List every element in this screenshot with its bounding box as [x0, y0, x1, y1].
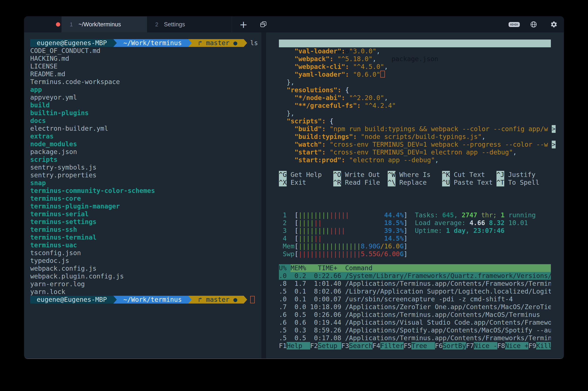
process-row-selected[interactable]: .0 0.2 0:22.66 /System/Library/Framework… — [279, 272, 551, 280]
htop-status-line: Tasks: 645, 2747 thr; 1 running — [415, 211, 536, 219]
plus-icon: + — [240, 19, 248, 30]
nano-line: "**/graceful-fs": "^4.2.4" — [279, 102, 556, 109]
fkey-action: F7Nice - — [466, 342, 497, 350]
file-entry: tsconfig.json — [30, 249, 259, 257]
directory-name: app — [30, 86, 42, 93]
htop-process-table: U% MEM% TIME+ Command.0 0.2 0:22.66 /Sys… — [279, 264, 551, 342]
directory-name: build — [30, 101, 50, 109]
fkey-number: F3 — [341, 342, 349, 350]
nano-line: "build:typings": "node scripts/build-typ… — [279, 133, 556, 141]
nano-shortcut: ^T To Spell — [497, 179, 551, 187]
ssh-connections-button[interactable] — [527, 16, 540, 32]
fkey-label: SortBy — [443, 342, 466, 350]
file-entry: sentry.properties — [30, 171, 259, 179]
process-row[interactable]: .0 0.1 0:00.07 /usr/sbin/screencapture -… — [279, 295, 551, 303]
tab-settings[interactable]: 2 Settings — [147, 16, 232, 32]
nano-cursor — [380, 71, 385, 78]
nano-editor: "val-loader": "3.0.0", "webpack": "^5.18… — [279, 47, 556, 164]
process-row[interactable]: .8 1.7 1:01.40 /Applications/Terminus.ap… — [279, 280, 551, 288]
file-entry: terminus-terminal — [30, 233, 259, 241]
directory-name: docs — [30, 117, 46, 124]
fkey-action: F8Nice + — [497, 342, 529, 350]
nano-line: "build": "npm run build:typings && webpa… — [279, 125, 556, 133]
pane-divider[interactable] — [261, 32, 266, 359]
nano-shortcut: ^X Exit — [279, 179, 333, 187]
new-tab-button[interactable]: + — [237, 16, 250, 32]
nano-line: }, — [279, 78, 556, 86]
shortcut-key: ^R — [333, 179, 341, 187]
tab-number: 2 — [155, 21, 158, 28]
fkey-action: F3Search — [341, 342, 372, 350]
cpu-percent: 44.4% — [384, 211, 404, 219]
shortcut-key: ^J — [497, 171, 504, 179]
fkey-label: Help — [287, 342, 310, 350]
serial-ioioi-icon: IOIOI — [509, 22, 520, 27]
process-row[interactable]: .5 0.3 8:59.26 /Applications/Spotify.app… — [279, 326, 551, 334]
file-name: CODE_OF_CONDUCT.md — [30, 47, 100, 54]
file-entry: CODE_OF_CONDUCT.md — [30, 47, 259, 55]
fkey-number: F8 — [497, 342, 505, 350]
cpu-meter: 4 [|||||| 14.5%] — [279, 235, 408, 242]
process-row[interactable]: .6 0.5 0:26.06 /Applications/Terminus.ap… — [279, 311, 551, 319]
directory-name: terminus-plugin-manager — [30, 202, 120, 210]
line-continues-icon: > — [552, 125, 556, 133]
fkey-label: Tree — [411, 342, 435, 350]
directory-name: terminus-uac — [30, 241, 77, 249]
powerline-arrow-icon — [244, 296, 247, 303]
shortcut-label: To Spell — [504, 179, 539, 186]
duplicate-window-icon — [259, 20, 267, 28]
directory-name: node_modules — [30, 140, 77, 148]
ls-output: CODE_OF_CONDUCT.mdHACKING.mdLICENSEREADM… — [30, 47, 259, 296]
nano-line: "*/node-abi": "^2.20.0", — [279, 94, 556, 102]
shortcut-key: ^U — [442, 179, 450, 187]
nano-line: "watch": "cross-env TERMINUS_DEV=1 webpa… — [279, 141, 556, 148]
cpu-meter: 3 [|||||||||||| 39.3%] — [279, 227, 408, 235]
sort-column-cpu: U% — [279, 264, 291, 272]
htop-meters: 1 [||||||||||||| 44.4%] 2 [|||||| 18.5%]… — [279, 211, 408, 258]
file-entry: scripts — [30, 156, 259, 164]
directory-name: snap — [30, 179, 46, 187]
file-name: sentry-symbols.js — [30, 164, 96, 171]
shortcut-key: ^G — [279, 171, 287, 179]
process-row[interactable]: .6 0.6 0:19.44 /Applications/Visual Stud… — [279, 319, 551, 326]
close-window-button[interactable] — [56, 22, 60, 27]
process-row[interactable]: .5 0.5 0:17.08 /Applications/Terminus.ap… — [279, 334, 551, 342]
shell-prompt: eugene@Eugenes-MBP ~/Work/terminus ↱ mas… — [30, 39, 259, 47]
typed-command: ls — [250, 39, 258, 47]
serial-button[interactable]: IOIOI — [507, 16, 521, 32]
tab-work-terminus[interactable]: 1 ~/Work/terminus — [62, 16, 147, 32]
fkey-label: Nice - — [474, 342, 497, 350]
powerline-arrow-icon — [244, 39, 247, 47]
process-row[interactable]: .7 0.0 10:18.09 /Applications/ZeroTier O… — [279, 303, 551, 311]
right-terminal-pane[interactable]: GNU nano 4.5 package.json "val-loader": … — [266, 32, 564, 359]
tab-bar: 1 ~/Work/terminus 2 Settings + IOIOI — [24, 16, 564, 32]
powerline-arrow-icon — [113, 39, 117, 47]
powerline-arrow-icon — [188, 296, 192, 303]
fkey-number: F7 — [466, 342, 474, 350]
file-name: webpack.config.js — [30, 265, 96, 272]
shortcut-label: Get Help — [287, 171, 322, 179]
terminal-pane[interactable]: eugene@Eugenes-MBP ~/Work/terminus ↱ mas… — [30, 39, 259, 303]
process-table-header[interactable]: U% MEM% TIME+ Command — [279, 264, 551, 272]
file-entry: node_modules — [30, 140, 259, 148]
nano-shortcut: ^K Cut Text — [442, 171, 497, 179]
terminal-cursor — [250, 296, 255, 303]
file-entry: typedoc.js — [30, 257, 259, 265]
fkey-label: Setup — [318, 342, 341, 350]
process-row[interactable]: .5 0.1 8:02.06 /Library/Application Supp… — [279, 288, 551, 295]
settings-button[interactable] — [547, 16, 561, 32]
file-entry: package.json — [30, 148, 259, 156]
directory-name: terminus-community-color-schemes — [30, 187, 155, 195]
fkey-action: F6SortBy — [435, 342, 466, 350]
file-entry: README.md — [30, 70, 259, 78]
fkey-action: F1Help — [279, 342, 310, 350]
nano-line: }, — [279, 109, 556, 117]
file-entry: sentry-symbols.js — [30, 164, 259, 171]
shortcut-label: Paste Text — [450, 179, 493, 186]
directory-name: terminus-ssh — [30, 226, 77, 233]
fkey-number: F9 — [528, 342, 536, 350]
file-entry: terminus-serial — [30, 210, 259, 218]
prompt-user-host: eugene@Eugenes-MBP — [30, 39, 113, 47]
duplicate-tab-button[interactable] — [257, 16, 270, 32]
nano-line: "yaml-loader": "0.6.0" — [279, 71, 556, 78]
